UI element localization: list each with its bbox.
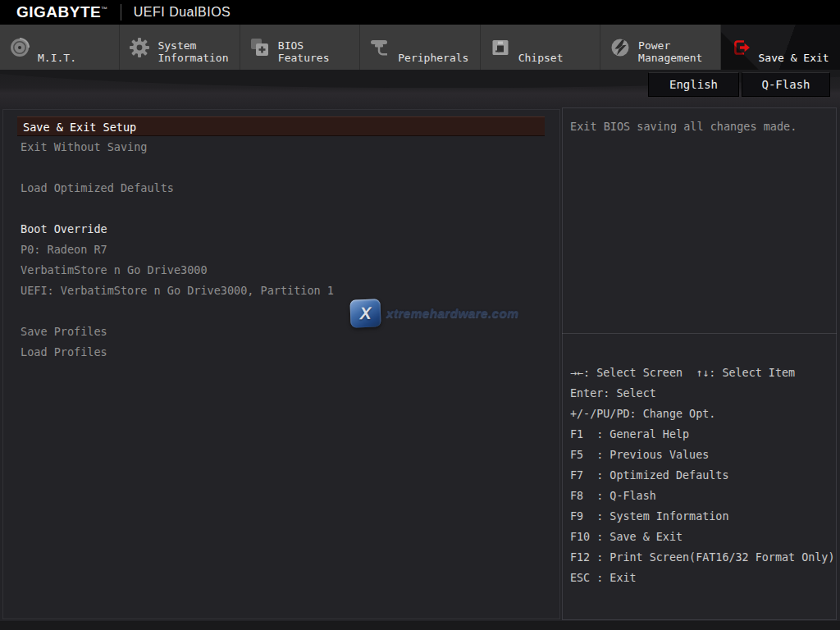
gigabyte-logo: GIGABYTE™ (16, 3, 108, 21)
mit-dial-icon (9, 37, 30, 58)
tab-chipset[interactable]: Chipset (481, 25, 600, 70)
menu-item-exit-without-saving[interactable]: Exit Without Saving (3, 137, 545, 157)
help-key-line: Enter: Select (570, 383, 833, 404)
help-key-line: F12 : Print Screen(FAT16/32 Format Only) (570, 547, 833, 568)
brand-text: GIGABYTE (16, 3, 101, 21)
menu-item-boot-p0-radeon[interactable]: P0: Radeon R7 (3, 240, 545, 259)
watermark-text: xtremehardware.com (386, 306, 518, 321)
help-key-line: F5 : Previous Values (570, 445, 833, 465)
chips-plus-icon (249, 37, 271, 58)
help-key-line: F1 : General Help (570, 424, 833, 445)
power-bolt-icon (609, 37, 631, 58)
firmware-title: UEFI DualBIOS (134, 5, 231, 20)
tab-save-exit[interactable]: Save & Exit (721, 25, 840, 70)
help-panel-divider (562, 333, 837, 334)
help-panel: Exit BIOS saving all changes made. →←: S… (562, 107, 837, 620)
chip-icon (490, 37, 511, 58)
help-key-line: +/-/PU/PD: Change Opt. (570, 404, 833, 424)
help-key-line: F7 : Optimized Defaults (570, 465, 833, 486)
tab-bios-features[interactable]: BIOS Features (240, 25, 360, 70)
help-key-line: ESC : Exit (570, 568, 833, 588)
item-description: Exit BIOS saving all changes made. (570, 119, 831, 134)
watermark: X xtremehardware.com (350, 299, 518, 327)
gear-icon (129, 37, 150, 58)
peripheral-cable-icon (369, 37, 390, 58)
menu-item-boot-uefi-verbatim[interactable]: UEFI: VerbatimStore n Go Drive3000, Part… (3, 281, 545, 300)
titlebar: GIGABYTE™ UEFI DualBIOS (0, 0, 840, 25)
tab-system-information[interactable]: System Information (120, 25, 240, 70)
menu-heading-boot-override: Boot Override (3, 219, 545, 239)
menu-item-boot-verbatim[interactable]: VerbatimStore n Go Drive3000 (3, 260, 545, 280)
trademark-symbol: ™ (101, 6, 108, 13)
qflash-button[interactable]: Q-Flash (742, 72, 830, 97)
tab-label: M.I.T. (38, 52, 116, 64)
tab-power-management[interactable]: Power Management (600, 25, 720, 70)
menu-item-load-profiles[interactable]: Load Profiles (3, 342, 545, 362)
help-key-line: F10 : Save & Exit (570, 527, 833, 547)
help-key-line: F8 : Q-Flash (570, 486, 833, 506)
menu-panel: Save & Exit Setup Exit Without Saving Lo… (2, 109, 560, 619)
tab-label: System Information (158, 39, 235, 64)
help-key-line: →←: Select Screen ↑↓: Select Item (570, 363, 833, 383)
menu-item-load-optimized-defaults[interactable]: Load Optimized Defaults (3, 178, 545, 198)
tab-label: Chipset (518, 52, 596, 64)
key-legend: →←: Select Screen ↑↓: Select Item Enter:… (570, 363, 833, 588)
bios-setup-screen: GIGABYTE™ UEFI DualBIOS M.I.T. (0, 0, 840, 630)
watermark-x-logo-icon: X (349, 299, 381, 327)
tab-label: Save & Exit (759, 52, 837, 64)
titlebar-divider (121, 4, 121, 21)
tab-bar: M.I.T. System Information (0, 25, 840, 70)
help-key-line: F9 : System Information (570, 506, 833, 527)
tab-label: Power Management (638, 39, 716, 64)
bottom-strip (0, 621, 840, 630)
language-button[interactable]: English (648, 72, 739, 97)
exit-door-icon (730, 37, 751, 58)
tab-label: BIOS Features (278, 39, 356, 64)
tab-mit[interactable]: M.I.T. (0, 25, 120, 70)
tab-label: Peripherals (398, 52, 476, 64)
menu-item-save-exit-setup[interactable]: Save & Exit Setup (17, 116, 545, 136)
tab-peripherals[interactable]: Peripherals (360, 25, 480, 70)
